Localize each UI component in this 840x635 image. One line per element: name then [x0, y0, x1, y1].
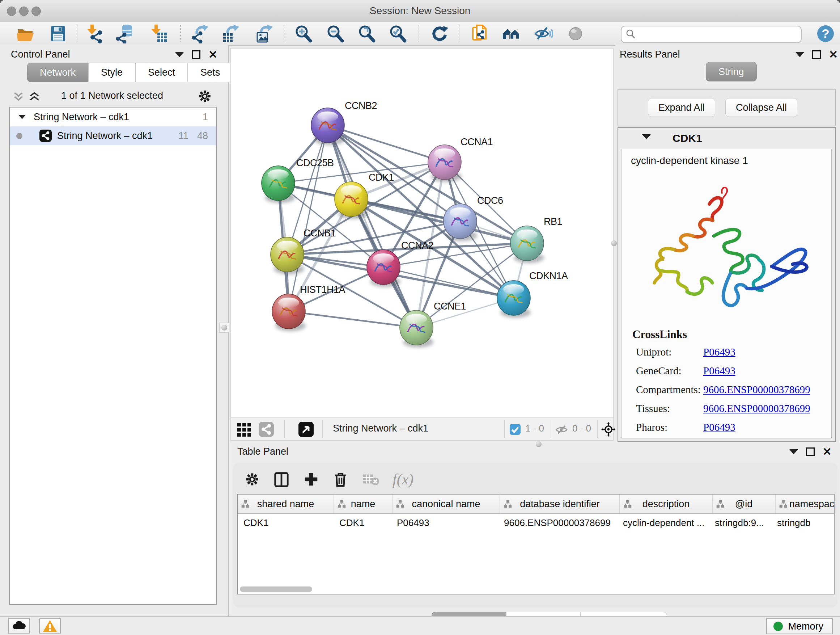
import-network-button[interactable]: [83, 23, 106, 44]
left-splitter-grip[interactable]: [219, 323, 229, 333]
crosslink-link[interactable]: P06493: [703, 365, 736, 377]
table-cell: P06493: [391, 517, 498, 529]
network-canvas[interactable]: CCNB2CCNA1CDC25BCDK1CDC6RB1CCNB1CCNA2CDK…: [231, 48, 614, 418]
network-node-CCNB1[interactable]: CCNB1: [271, 228, 336, 274]
right-splitter-grip[interactable]: [609, 239, 619, 248]
crosslink-link[interactable]: 9606.ENSP00000378699: [703, 402, 810, 414]
network-tree: String Network – cdk1 1 String Network –…: [9, 107, 217, 605]
refresh-layout-button[interactable]: [428, 23, 451, 44]
hide-unhide-button[interactable]: [532, 23, 554, 44]
birdseye-toggle-button[interactable]: [564, 23, 587, 44]
show-columns-icon[interactable]: [273, 471, 290, 488]
network-row-selected[interactable]: String Network – cdk1 11 48: [10, 126, 216, 145]
gray-sphere-icon: [566, 24, 585, 43]
crosslink-row: GeneCard:P06493: [636, 365, 810, 384]
panel-menu-icon[interactable]: [175, 52, 184, 57]
zoom-fit-button[interactable]: [355, 23, 378, 44]
network-node-CCNA1[interactable]: CCNA1: [428, 136, 493, 182]
function-builder-icon-disabled: f(x): [393, 472, 414, 487]
node-label-CCNA1: CCNA1: [461, 136, 493, 147]
zoom-selected-button[interactable]: [386, 23, 409, 44]
home-icon: [501, 24, 521, 43]
table-settings-gear-icon[interactable]: [244, 471, 260, 487]
node-label-RB1: RB1: [544, 216, 562, 227]
delete-column-trash-icon[interactable]: [332, 471, 348, 487]
collapse-arrow-icon[interactable]: [642, 134, 651, 139]
panel-float-icon[interactable]: [806, 448, 815, 456]
collapse-all-button[interactable]: Collapse All: [725, 98, 797, 117]
network-options-gear-icon[interactable]: [197, 89, 212, 104]
node-label-CDC25B: CDC25B: [296, 157, 334, 168]
tab-network[interactable]: Network: [27, 63, 88, 82]
column-header-namespac[interactable]: namespac: [775, 494, 835, 513]
selected-checkbox-icon[interactable]: [509, 424, 521, 435]
tab-sets[interactable]: Sets: [188, 63, 233, 82]
network-node-RB1[interactable]: RB1: [510, 216, 562, 263]
network-node-CCNE1[interactable]: CCNE1: [400, 301, 466, 348]
search-input[interactable]: [640, 27, 794, 40]
crosslink-link[interactable]: 9606.ENSP00000378699: [703, 384, 810, 395]
clone-network-button[interactable]: [469, 23, 492, 44]
cloud-status-button[interactable]: [8, 618, 30, 633]
collapse-arrow-icon[interactable]: [19, 115, 26, 119]
scrollbar-thumb[interactable]: [240, 586, 312, 592]
network-node-CDKN1A[interactable]: CDKN1A: [497, 271, 568, 318]
tab-string[interactable]: String: [706, 62, 757, 81]
column-tree-icon: [779, 500, 787, 508]
export-table-button[interactable]: [219, 23, 242, 44]
node-label-CDK1: CDK1: [369, 172, 394, 183]
zoom-out-button[interactable]: [324, 23, 346, 44]
column-header--id[interactable]: @id: [713, 494, 775, 513]
protein-section-header[interactable]: CDK1: [618, 128, 835, 148]
panel-float-icon[interactable]: [812, 50, 821, 59]
network-node-CDK1[interactable]: CDK1: [335, 172, 394, 219]
column-header-database-identifier[interactable]: database identifier: [500, 494, 620, 513]
table-row[interactable]: CDK1CDK1P064939606.ENSP00000378699cyclin…: [238, 514, 834, 532]
bottom-splitter-grip[interactable]: [534, 440, 543, 449]
export-image-button[interactable]: [253, 23, 276, 44]
crosslinks-section: CrossLinks Uniprot:P06493GeneCard:P06493…: [636, 328, 810, 440]
open-in-window-icon[interactable]: [298, 421, 314, 437]
panel-close-icon[interactable]: ✕: [823, 448, 832, 455]
column-header-canonical-name[interactable]: canonical name: [393, 494, 500, 513]
table-horizontal-scrollbar[interactable]: [237, 585, 835, 594]
expand-all-button[interactable]: Expand All: [648, 98, 715, 117]
panel-menu-icon[interactable]: [796, 52, 804, 57]
column-tree-icon: [241, 500, 249, 508]
column-header-description[interactable]: description: [620, 494, 713, 513]
panel-float-icon[interactable]: [192, 50, 201, 59]
crosslink-link[interactable]: P06493: [703, 421, 736, 433]
export-network-button[interactable]: [189, 23, 211, 44]
import-database-button[interactable]: [114, 23, 136, 44]
open-session-button[interactable]: [14, 23, 36, 44]
tab-select[interactable]: Select: [135, 63, 188, 82]
table-panel-title: Table Panel: [237, 446, 288, 457]
grid-view-icon[interactable]: [237, 421, 253, 437]
zoom-in-button[interactable]: [292, 23, 314, 44]
save-session-button[interactable]: [47, 23, 69, 44]
node-table[interactable]: shared namenamecanonical namedatabase id…: [237, 494, 835, 586]
add-column-icon[interactable]: [303, 471, 319, 488]
panel-menu-icon[interactable]: [789, 449, 798, 454]
memory-button[interactable]: Memory: [766, 618, 833, 634]
results-panel-title: Results Panel: [620, 49, 680, 60]
import-table-button[interactable]: [147, 23, 170, 44]
network-collection-row[interactable]: String Network – cdk1 1: [10, 108, 216, 126]
control-panel-window-controls: ✕: [175, 50, 218, 59]
share-view-icon[interactable]: [258, 421, 274, 437]
eye-slash-icon: [534, 24, 553, 43]
node-label-CCNB2: CCNB2: [345, 100, 377, 111]
network-graph[interactable]: CCNB2CCNA1CDC25BCDK1CDC6RB1CCNB1CCNA2CDK…: [231, 49, 613, 417]
panel-close-icon[interactable]: ✕: [208, 51, 218, 58]
crosslink-link[interactable]: P06493: [703, 346, 736, 358]
network-node-HIST1H1A[interactable]: HIST1H1A: [272, 284, 346, 331]
view-toolbar-separator: [284, 420, 285, 438]
fit-content-crosshair-icon[interactable]: [600, 421, 616, 437]
column-header-name[interactable]: name: [334, 494, 393, 513]
warnings-button[interactable]: [39, 618, 61, 633]
panel-close-icon[interactable]: ✕: [829, 51, 838, 58]
column-header-shared-name[interactable]: shared name: [238, 494, 334, 513]
tab-style[interactable]: Style: [88, 63, 135, 82]
help-button[interactable]: ?: [814, 23, 837, 44]
home-button[interactable]: [500, 23, 523, 44]
